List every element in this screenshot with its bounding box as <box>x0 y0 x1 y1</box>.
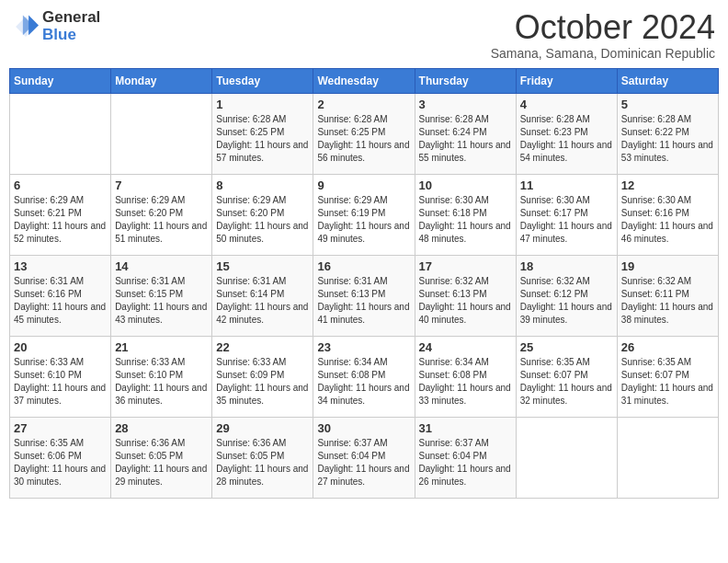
day-number: 11 <box>520 178 613 192</box>
day-info: Sunrise: 6:31 AMSunset: 6:15 PMDaylight:… <box>115 275 208 327</box>
day-info: Sunrise: 6:32 AMSunset: 6:12 PMDaylight:… <box>520 275 613 327</box>
day-number: 16 <box>317 259 410 273</box>
calendar-cell: 30Sunrise: 6:37 AMSunset: 6:04 PMDayligh… <box>313 417 415 498</box>
day-number: 13 <box>14 259 107 273</box>
calendar-cell: 11Sunrise: 6:30 AMSunset: 6:17 PMDayligh… <box>516 174 617 255</box>
day-number: 20 <box>14 340 107 354</box>
day-info: Sunrise: 6:35 AMSunset: 6:07 PMDaylight:… <box>621 356 714 408</box>
calendar-cell: 13Sunrise: 6:31 AMSunset: 6:16 PMDayligh… <box>10 255 111 336</box>
day-info: Sunrise: 6:28 AMSunset: 6:25 PMDaylight:… <box>216 113 309 165</box>
day-number: 7 <box>115 178 208 192</box>
calendar-cell: 29Sunrise: 6:36 AMSunset: 6:05 PMDayligh… <box>212 417 313 498</box>
calendar-cell: 26Sunrise: 6:35 AMSunset: 6:07 PMDayligh… <box>617 336 718 417</box>
day-info: Sunrise: 6:33 AMSunset: 6:09 PMDaylight:… <box>216 356 309 408</box>
calendar-cell: 15Sunrise: 6:31 AMSunset: 6:14 PMDayligh… <box>212 255 313 336</box>
calendar-cell: 1Sunrise: 6:28 AMSunset: 6:25 PMDaylight… <box>212 93 313 174</box>
day-info: Sunrise: 6:37 AMSunset: 6:04 PMDaylight:… <box>419 437 512 488</box>
logo-general: General <box>42 9 100 27</box>
day-info: Sunrise: 6:28 AMSunset: 6:25 PMDaylight:… <box>317 113 410 165</box>
page-header: General Blue October 2024 Samana, Samana… <box>9 9 719 61</box>
day-header-thursday: Thursday <box>415 68 516 93</box>
day-info: Sunrise: 6:36 AMSunset: 6:05 PMDaylight:… <box>216 437 309 488</box>
day-info: Sunrise: 6:35 AMSunset: 6:07 PMDaylight:… <box>520 356 613 408</box>
calendar-cell <box>516 417 617 498</box>
calendar-cell: 17Sunrise: 6:32 AMSunset: 6:13 PMDayligh… <box>415 255 516 336</box>
day-number: 6 <box>14 178 107 192</box>
logo-text: General Blue <box>42 9 100 43</box>
day-number: 27 <box>14 421 107 435</box>
calendar-cell: 28Sunrise: 6:36 AMSunset: 6:05 PMDayligh… <box>111 417 212 498</box>
day-info: Sunrise: 6:34 AMSunset: 6:08 PMDaylight:… <box>317 356 410 408</box>
calendar-cell: 16Sunrise: 6:31 AMSunset: 6:13 PMDayligh… <box>313 255 415 336</box>
day-number: 2 <box>317 98 410 111</box>
month-title: October 2024 <box>491 9 715 46</box>
day-info: Sunrise: 6:30 AMSunset: 6:16 PMDaylight:… <box>621 194 714 246</box>
calendar-cell: 23Sunrise: 6:34 AMSunset: 6:08 PMDayligh… <box>313 336 415 417</box>
day-info: Sunrise: 6:28 AMSunset: 6:24 PMDaylight:… <box>419 113 512 165</box>
day-number: 21 <box>115 340 208 354</box>
day-info: Sunrise: 6:28 AMSunset: 6:22 PMDaylight:… <box>621 113 714 165</box>
calendar-cell: 12Sunrise: 6:30 AMSunset: 6:16 PMDayligh… <box>617 174 718 255</box>
day-number: 28 <box>115 421 208 435</box>
day-number: 12 <box>621 178 714 192</box>
calendar-cell: 27Sunrise: 6:35 AMSunset: 6:06 PMDayligh… <box>10 417 111 498</box>
logo-icon <box>13 14 39 40</box>
week-row-5: 27Sunrise: 6:35 AMSunset: 6:06 PMDayligh… <box>10 417 719 498</box>
day-info: Sunrise: 6:29 AMSunset: 6:21 PMDaylight:… <box>14 194 107 246</box>
day-header-tuesday: Tuesday <box>212 68 313 93</box>
day-info: Sunrise: 6:32 AMSunset: 6:13 PMDaylight:… <box>419 275 512 327</box>
week-row-2: 6Sunrise: 6:29 AMSunset: 6:21 PMDaylight… <box>10 174 719 255</box>
calendar-cell: 8Sunrise: 6:29 AMSunset: 6:20 PMDaylight… <box>212 174 313 255</box>
day-number: 9 <box>317 178 410 192</box>
day-info: Sunrise: 6:29 AMSunset: 6:20 PMDaylight:… <box>115 194 208 246</box>
day-info: Sunrise: 6:31 AMSunset: 6:13 PMDaylight:… <box>317 275 410 327</box>
day-number: 10 <box>419 178 512 192</box>
calendar-cell <box>617 417 718 498</box>
calendar-cell <box>111 93 212 174</box>
calendar-cell: 18Sunrise: 6:32 AMSunset: 6:12 PMDayligh… <box>516 255 617 336</box>
day-info: Sunrise: 6:33 AMSunset: 6:10 PMDaylight:… <box>14 356 107 408</box>
calendar-table: SundayMondayTuesdayWednesdayThursdayFrid… <box>9 68 719 499</box>
day-number: 3 <box>419 98 512 111</box>
day-info: Sunrise: 6:37 AMSunset: 6:04 PMDaylight:… <box>317 437 410 488</box>
day-number: 8 <box>216 178 309 192</box>
day-number: 26 <box>621 340 714 354</box>
calendar-cell: 19Sunrise: 6:32 AMSunset: 6:11 PMDayligh… <box>617 255 718 336</box>
day-number: 17 <box>419 259 512 273</box>
calendar-cell: 2Sunrise: 6:28 AMSunset: 6:25 PMDaylight… <box>313 93 415 174</box>
day-info: Sunrise: 6:34 AMSunset: 6:08 PMDaylight:… <box>419 356 512 408</box>
calendar-body: 1Sunrise: 6:28 AMSunset: 6:25 PMDaylight… <box>10 93 719 498</box>
calendar-cell: 9Sunrise: 6:29 AMSunset: 6:19 PMDaylight… <box>313 174 415 255</box>
day-info: Sunrise: 6:31 AMSunset: 6:14 PMDaylight:… <box>216 275 309 327</box>
day-number: 31 <box>419 421 512 435</box>
location: Samana, Samana, Dominican Republic <box>491 46 715 61</box>
week-row-3: 13Sunrise: 6:31 AMSunset: 6:16 PMDayligh… <box>10 255 719 336</box>
title-block: October 2024 Samana, Samana, Dominican R… <box>491 9 715 61</box>
logo-blue: Blue <box>42 27 100 44</box>
day-number: 22 <box>216 340 309 354</box>
day-number: 18 <box>520 259 613 273</box>
calendar-cell: 14Sunrise: 6:31 AMSunset: 6:15 PMDayligh… <box>111 255 212 336</box>
calendar-cell: 21Sunrise: 6:33 AMSunset: 6:10 PMDayligh… <box>111 336 212 417</box>
day-info: Sunrise: 6:32 AMSunset: 6:11 PMDaylight:… <box>621 275 714 327</box>
calendar-cell: 4Sunrise: 6:28 AMSunset: 6:23 PMDaylight… <box>516 93 617 174</box>
calendar-cell: 6Sunrise: 6:29 AMSunset: 6:21 PMDaylight… <box>10 174 111 255</box>
day-header-friday: Friday <box>516 68 617 93</box>
day-info: Sunrise: 6:36 AMSunset: 6:05 PMDaylight:… <box>115 437 208 488</box>
day-number: 23 <box>317 340 410 354</box>
calendar-header-row: SundayMondayTuesdayWednesdayThursdayFrid… <box>10 68 719 93</box>
calendar-cell: 5Sunrise: 6:28 AMSunset: 6:22 PMDaylight… <box>617 93 718 174</box>
day-number: 14 <box>115 259 208 273</box>
week-row-4: 20Sunrise: 6:33 AMSunset: 6:10 PMDayligh… <box>10 336 719 417</box>
day-number: 15 <box>216 259 309 273</box>
day-header-sunday: Sunday <box>10 68 111 93</box>
day-number: 25 <box>520 340 613 354</box>
logo: General Blue <box>13 9 100 43</box>
calendar-cell: 20Sunrise: 6:33 AMSunset: 6:10 PMDayligh… <box>10 336 111 417</box>
day-number: 4 <box>520 98 613 111</box>
week-row-1: 1Sunrise: 6:28 AMSunset: 6:25 PMDaylight… <box>10 93 719 174</box>
day-info: Sunrise: 6:29 AMSunset: 6:19 PMDaylight:… <box>317 194 410 246</box>
day-info: Sunrise: 6:35 AMSunset: 6:06 PMDaylight:… <box>14 437 107 488</box>
day-number: 30 <box>317 421 410 435</box>
day-info: Sunrise: 6:31 AMSunset: 6:16 PMDaylight:… <box>14 275 107 327</box>
